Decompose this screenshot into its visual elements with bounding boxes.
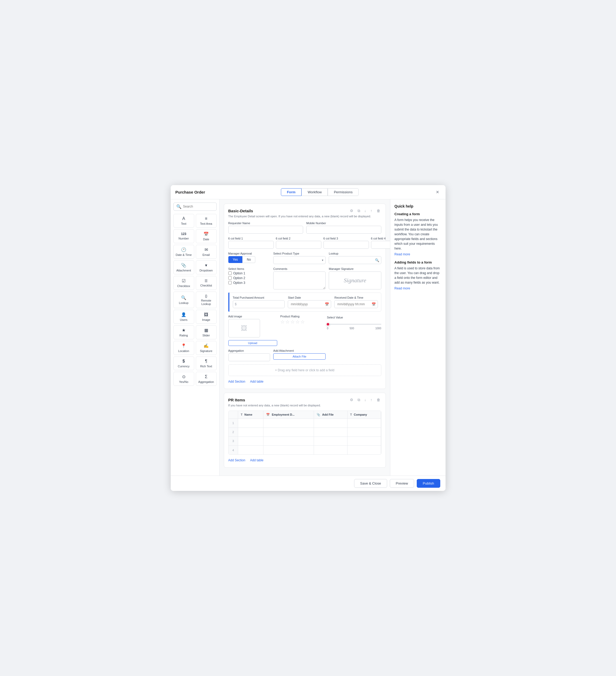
down-button-pr[interactable]: ↓ [363,397,367,403]
tab-workflow[interactable]: Workflow [302,188,328,196]
cell-2-company[interactable] [348,428,381,437]
checkbox-option2[interactable] [228,276,232,280]
row-image-rating-slider: Add image 🖼 Upload Product Rating ☆ ☆ ☆ … [228,315,381,346]
field-item-location[interactable]: 📍 Location [173,341,194,355]
input-6col-4[interactable] [371,241,390,249]
star-3[interactable]: ☆ [291,319,295,325]
field-item-checkbox[interactable]: ☑ Checkbox [173,276,194,290]
publish-button[interactable]: Publish [417,479,440,488]
input-aggregation[interactable] [228,353,270,361]
creating-form-read-more[interactable]: Read more [395,252,441,256]
bool-no-button[interactable]: No [242,256,255,263]
cell-1-company[interactable] [348,418,381,428]
input-6col-1[interactable] [228,241,274,249]
up-button-pr[interactable]: ↑ [369,397,373,403]
cell-1-name[interactable] [238,418,263,428]
field-item-text[interactable]: A Text [173,214,194,228]
input-total-purchased[interactable] [233,300,285,308]
field-item-attachment[interactable]: 📎 Attachment [173,260,194,274]
tab-form[interactable]: Form [281,188,302,196]
cell-3-name[interactable] [238,437,263,446]
textarea-comments[interactable] [273,272,325,289]
checkbox-item-2[interactable]: Option 2 [228,276,270,280]
checkbox-option3[interactable] [228,281,232,284]
input-6col-2[interactable] [276,241,321,249]
slider-thumb[interactable] [326,323,330,326]
field-item-slider[interactable]: ▦ Slider [196,325,217,339]
bool-yes-button[interactable]: Yes [228,256,243,263]
field-item-number[interactable]: 123 Number [173,229,194,243]
select-product-type[interactable] [273,256,325,264]
field-item-rating[interactable]: ★ Rating [173,325,194,339]
cell-4-addfile[interactable] [314,446,348,454]
cell-2-employment[interactable] [263,428,314,437]
field-item-lookup[interactable]: 🔍 Lookup [173,291,194,308]
rating-icon: ★ [182,328,186,333]
copy-button-basic[interactable]: ⧉ [357,208,361,214]
rating-stars: ☆ ☆ ☆ ☆ ☆ [280,319,324,325]
tab-permissions[interactable]: Permissions [328,188,359,196]
slider-label-min: 0 [327,327,328,330]
cell-2-addfile[interactable] [314,428,348,437]
delete-button-basic[interactable]: 🗑 [375,208,381,214]
field-item-users[interactable]: 👤 Users [173,310,194,324]
upload-button[interactable]: Upload [228,340,277,346]
field-item-dropdown[interactable]: ▾ Dropdown [196,260,217,274]
sidebar: 🔍 A Text ≡ Text Area 123 Number 📅 [171,200,220,476]
adding-fields-read-more[interactable]: Read more [395,286,441,290]
field-label-dropdown: Dropdown [200,269,213,272]
cell-1-addfile[interactable] [314,418,348,428]
up-button-basic[interactable]: ↑ [369,208,373,214]
cell-1-employment[interactable] [263,418,314,428]
star-1[interactable]: ☆ [280,319,285,325]
field-item-aggregation[interactable]: Σ Aggregation [196,372,217,386]
cell-2-name[interactable] [238,428,263,437]
field-item-checklist[interactable]: ☰ Checklist [196,276,217,290]
cell-3-employment[interactable] [263,437,314,446]
cell-3-company[interactable] [348,437,381,446]
field-item-image[interactable]: 🖼 Image [196,310,217,324]
field-item-signature[interactable]: ✍ Signature [196,341,217,355]
star-5[interactable]: ☆ [301,319,305,325]
field-item-textarea[interactable]: ≡ Text Area [196,214,217,228]
delete-button-pr[interactable]: 🗑 [375,397,381,403]
field-item-remote-lookup[interactable]: {} Remote Lookup [196,291,217,308]
close-button[interactable]: × [434,188,441,196]
search-box[interactable]: 🔍 [173,203,217,211]
drag-drop-area[interactable]: + Drag any field here or click to add a … [228,364,381,376]
section-header-pr: PR Items ⚙ ⧉ ↓ ↑ 🗑 [228,397,381,403]
add-table-link-basic[interactable]: Add table [250,380,263,383]
field-item-email[interactable]: ✉ Email [196,245,217,259]
add-section-link-pr[interactable]: Add Section [228,458,246,462]
settings-button-pr[interactable]: ⚙ [349,397,354,403]
cell-4-employment[interactable] [263,446,314,454]
add-section-link-basic[interactable]: Add Section [228,380,246,383]
star-2[interactable]: ☆ [286,319,290,325]
field-item-yesno[interactable]: ⊙ Yes/No [173,372,194,386]
checkbox-option1[interactable] [228,272,232,275]
cell-4-name[interactable] [238,446,263,454]
input-6col-3[interactable] [323,241,369,249]
image-upload-area[interactable]: 🖼 [228,319,260,337]
cell-4-company[interactable] [348,446,381,454]
preview-button[interactable]: Preview [390,479,414,488]
star-4[interactable]: ☆ [296,319,300,325]
save-close-button[interactable]: Save & Close [354,479,387,488]
cell-3-addfile[interactable] [314,437,348,446]
down-button-basic[interactable]: ↓ [363,208,367,214]
field-item-date[interactable]: 📅 Date [196,229,217,243]
input-requester-name[interactable] [228,226,303,234]
input-mobile-number[interactable] [306,226,381,234]
input-lookup[interactable] [329,256,381,264]
field-item-currency[interactable]: $ Currency [173,356,194,370]
checkbox-item-3[interactable]: Option 3 [228,281,270,285]
checkbox-item-1[interactable]: Option 1 [228,272,270,275]
signature-box[interactable]: Signature [329,272,381,289]
field-item-richtext[interactable]: ¶ Rich Text [196,356,217,370]
copy-button-pr[interactable]: ⧉ [357,397,361,403]
settings-button-basic[interactable]: ⚙ [349,208,354,214]
search-input[interactable] [183,205,214,208]
field-item-datetime[interactable]: 🕐 Date & Time [173,245,194,259]
attach-file-button[interactable]: Attach File [273,353,325,360]
add-table-link-pr[interactable]: Add table [250,458,263,462]
